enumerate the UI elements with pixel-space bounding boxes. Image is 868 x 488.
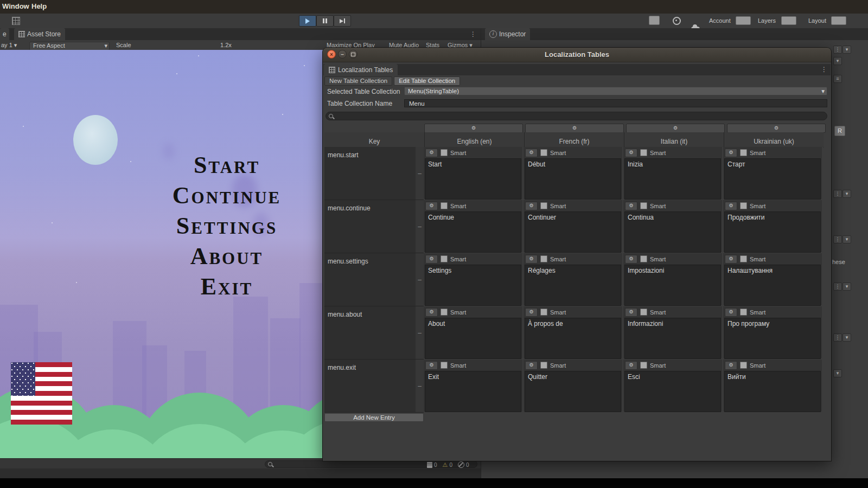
localized-string-icon[interactable]: ⚙ <box>725 149 737 157</box>
smart-checkbox[interactable] <box>740 202 747 209</box>
localized-string-icon[interactable]: ⚙ <box>725 308 737 317</box>
translation-input[interactable]: À propos de <box>525 318 621 359</box>
column-header-ukrainian-uk-[interactable]: Ukrainian (uk) <box>724 132 824 147</box>
chevron-down-icon[interactable]: ▾ <box>843 190 851 198</box>
chevron-down-icon[interactable]: ▾ <box>833 57 842 65</box>
tab-localization-tables[interactable]: Localization Tables <box>324 64 398 75</box>
collab-icon[interactable] <box>673 17 681 25</box>
console-info-badge[interactable]: 0 <box>427 462 437 468</box>
smart-checkbox[interactable] <box>540 309 547 316</box>
column-header-french-fr-[interactable]: French (fr) <box>524 132 624 147</box>
layers-dropdown[interactable]: Layers <box>758 17 776 24</box>
add-new-entry-button[interactable]: Add New Entry <box>324 413 424 422</box>
table-search-input[interactable] <box>326 112 827 120</box>
smart-checkbox[interactable] <box>441 362 448 369</box>
column-settings-button[interactable]: ⚙ <box>727 124 826 133</box>
localized-string-icon[interactable]: ⚙ <box>425 149 438 157</box>
layout-dropdown[interactable]: Layout <box>808 17 826 24</box>
translation-input[interactable]: Start <box>425 158 521 200</box>
chevron-down-icon[interactable]: ▾ <box>833 369 842 377</box>
key-cell[interactable]: menu.continue <box>324 200 416 253</box>
translation-input[interactable]: Налаштування <box>724 265 821 306</box>
key-cell[interactable]: menu.exit <box>324 359 416 413</box>
translation-input[interactable]: Impostazioni <box>624 265 721 306</box>
menu-window[interactable]: Window <box>2 2 29 10</box>
smart-checkbox[interactable] <box>540 202 547 209</box>
smart-checkbox[interactable] <box>640 202 647 209</box>
smart-checkbox[interactable] <box>740 362 747 369</box>
row-handle[interactable]: – <box>416 306 424 359</box>
translation-input[interactable]: Continue <box>425 211 521 253</box>
chevron-down-icon[interactable]: ▾ <box>843 46 851 54</box>
display-dropdown[interactable]: ay 1 ▾ <box>1 42 17 49</box>
key-cell[interactable]: menu.about <box>324 306 416 359</box>
localized-string-icon[interactable]: ⚙ <box>525 202 538 210</box>
translation-input[interactable]: Continua <box>624 211 721 253</box>
key-cell[interactable]: menu.start <box>324 147 416 200</box>
window-menu-icon[interactable]: ⋮ <box>821 66 827 73</box>
account-avatar[interactable] <box>736 16 751 25</box>
layers-button[interactable] <box>781 16 796 25</box>
translation-input[interactable]: Settings <box>425 265 521 306</box>
localized-string-icon[interactable]: ⚙ <box>625 149 637 157</box>
translation-input[interactable]: Вийти <box>724 371 821 412</box>
translation-input[interactable]: Esci <box>624 371 721 412</box>
menu-help[interactable]: Help <box>31 2 47 10</box>
localized-string-icon[interactable]: ⚙ <box>625 255 637 264</box>
step-button[interactable] <box>334 15 351 27</box>
smart-checkbox[interactable] <box>740 149 747 156</box>
localized-string-icon[interactable]: ⚙ <box>625 361 637 370</box>
smart-checkbox[interactable] <box>640 309 647 316</box>
tab-asset-store[interactable]: Asset Store <box>14 28 65 40</box>
smart-checkbox[interactable] <box>540 255 547 262</box>
smart-checkbox[interactable] <box>441 202 448 209</box>
row-handle[interactable]: – <box>416 359 424 413</box>
translation-input[interactable]: Continuer <box>525 211 621 253</box>
smart-checkbox[interactable] <box>540 149 547 156</box>
r-button[interactable]: R <box>834 126 845 136</box>
translation-input[interactable]: About <box>425 318 521 359</box>
edit-table-collection-button[interactable]: Edit Table Collection <box>394 76 460 86</box>
column-header-english-en-[interactable]: English (en) <box>424 132 524 147</box>
selected-collection-dropdown[interactable]: Menu(StringTable) ▾ <box>404 87 827 95</box>
localized-string-icon[interactable]: ⚙ <box>625 202 637 210</box>
localized-string-icon[interactable]: ⚙ <box>425 255 438 264</box>
smart-checkbox[interactable] <box>441 309 448 316</box>
localized-string-icon[interactable]: ⚙ <box>725 202 737 210</box>
kebab-icon[interactable]: ⋮ <box>833 282 842 291</box>
column-header-italian-it-[interactable]: Italian (it) <box>624 132 724 147</box>
collection-name-field[interactable]: Menu <box>404 99 827 107</box>
chevron-down-icon[interactable]: ▾ <box>843 282 851 291</box>
row-handle[interactable]: – <box>416 253 424 306</box>
translation-input[interactable]: Réglages <box>525 265 621 306</box>
panel-toggle-button[interactable] <box>649 16 660 25</box>
smart-checkbox[interactable] <box>640 255 647 262</box>
kebab-icon[interactable]: ⋮ <box>833 46 842 54</box>
row-handle[interactable]: – <box>416 147 424 200</box>
localized-string-icon[interactable]: ⚙ <box>525 255 538 264</box>
tab-inspector[interactable]: i Inspector <box>485 28 530 40</box>
smart-checkbox[interactable] <box>640 362 647 369</box>
row-handle[interactable]: – <box>416 200 424 253</box>
smart-checkbox[interactable] <box>740 255 747 262</box>
localized-string-icon[interactable]: ⚙ <box>425 361 438 370</box>
smart-checkbox[interactable] <box>540 362 547 369</box>
column-settings-button[interactable]: ⚙ <box>626 124 725 133</box>
column-settings-button[interactable]: ⚙ <box>424 124 523 133</box>
layout-button[interactable] <box>831 16 846 25</box>
kebab-icon[interactable]: ⋮ <box>833 333 842 342</box>
panel-menu-icon[interactable]: ⋮ <box>470 31 476 37</box>
smart-checkbox[interactable] <box>441 149 448 156</box>
translation-input[interactable]: Quitter <box>525 371 621 412</box>
translation-input[interactable]: Старт <box>724 158 821 200</box>
tab-partial[interactable]: e <box>0 28 9 40</box>
window-titlebar[interactable]: × – Localization Tables <box>323 48 831 62</box>
translation-input[interactable]: Про програму <box>724 318 821 359</box>
kebab-icon[interactable]: ⋮ <box>833 190 842 198</box>
grid-snap-icon[interactable] <box>12 17 20 25</box>
localized-string-icon[interactable]: ⚙ <box>525 361 538 370</box>
localized-string-icon[interactable]: ⚙ <box>625 308 637 317</box>
chevron-down-icon[interactable]: ▾ <box>843 333 851 342</box>
column-header-key[interactable]: Key <box>324 132 424 147</box>
smart-checkbox[interactable] <box>740 309 747 316</box>
